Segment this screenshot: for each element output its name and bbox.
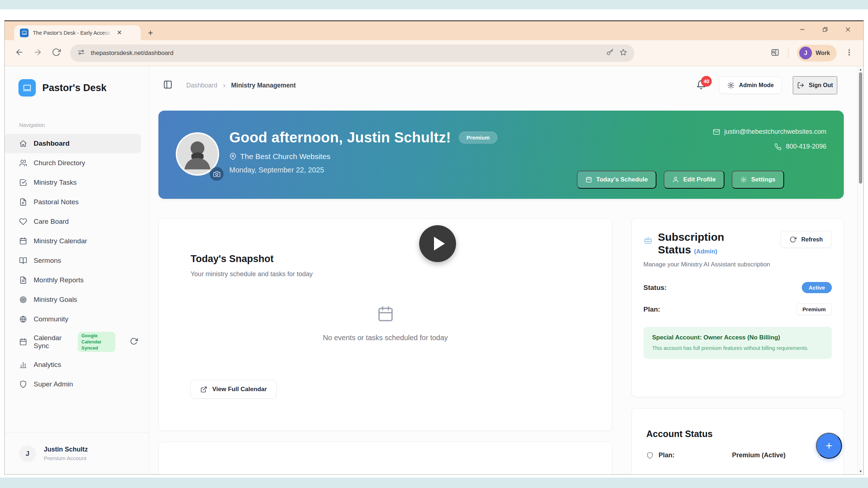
logout-icon [797, 82, 804, 89]
todays-snapshot-card: Today's Snapshot Your ministry schedule … [158, 218, 612, 431]
sidebar-item-church-directory[interactable]: Church Directory [5, 153, 141, 173]
add-fab-button[interactable]: + [816, 433, 842, 459]
page-scrollbar[interactable]: ▲ ▼ [858, 67, 863, 474]
notifications-button[interactable]: 40 [696, 80, 706, 91]
close-button[interactable] [845, 26, 851, 34]
check-square-icon [19, 179, 27, 187]
admin-tag: (Admin) [694, 248, 717, 255]
side-panel-search-icon[interactable] [771, 48, 779, 58]
video-play-button[interactable] [419, 225, 456, 262]
external-link-icon [200, 386, 207, 393]
calendar-icon [377, 305, 394, 323]
sidebar: Pastor's Desk Navigation Dashboard Churc… [5, 67, 149, 474]
user-plan: Premium Account [44, 455, 88, 461]
tab-close-icon[interactable]: ✕ [116, 29, 123, 37]
calendar-icon [19, 338, 27, 346]
new-tab-button[interactable]: + [148, 29, 153, 37]
sign-out-button[interactable]: Sign Out [793, 76, 837, 94]
scroll-down-arrow-icon[interactable]: ▼ [858, 470, 863, 473]
special-account-title: Special Account: Owner Access (No Billin… [652, 334, 823, 341]
sidebar-item-pastoral-notes[interactable]: Pastoral Notes [5, 192, 141, 212]
email-icon [713, 128, 720, 136]
app-logo: Pastor's Desk [18, 79, 149, 97]
globe-icon [19, 315, 27, 323]
sidebar-item-care-board[interactable]: Care Board [5, 212, 141, 231]
back-button[interactable] [15, 48, 24, 58]
location-pin-icon [229, 153, 237, 160]
sidebar-item-super-admin[interactable]: Super Admin [5, 374, 141, 394]
subscription-description: Manage your Ministry AI Assistant subscr… [643, 261, 832, 268]
account-plan-label: Plan: [659, 451, 675, 459]
sidebar-item-monthly-reports[interactable]: Monthly Reports [5, 270, 141, 290]
profile-avatar: J [799, 47, 812, 59]
gear-icon [740, 176, 747, 183]
special-account-notice: Special Account: Owner Access (No Billin… [643, 327, 832, 359]
book-open-icon [19, 257, 27, 265]
greeting-text: Good afternoon, Justin Schultz! [229, 129, 451, 146]
minimize-button[interactable] [799, 26, 805, 34]
scroll-up-arrow-icon[interactable]: ▲ [858, 68, 863, 71]
browser-tab[interactable]: The Pastor's Desk - Early Access ✕ [14, 25, 141, 40]
sidebar-item-ministry-goals[interactable]: Ministry Goals [5, 290, 141, 309]
refresh-button[interactable]: Refresh [780, 231, 832, 248]
sidebar-item-ministry-tasks[interactable]: Ministry Tasks [5, 173, 141, 192]
breadcrumb: Dashboard › Ministry Management [186, 81, 296, 89]
screenshot-canvas: The Pastor's Desk - Early Access ✕ + the… [0, 0, 868, 488]
crown-icon [643, 235, 653, 246]
play-icon [434, 237, 445, 251]
address-bar[interactable]: thepastorsdesk.net/dashboard [70, 44, 634, 62]
sidebar-user[interactable]: J Justin Schultz Premium Account [5, 432, 149, 474]
notification-count-badge: 40 [701, 76, 712, 87]
next-section-card [158, 442, 612, 474]
toolbar-divider [788, 48, 788, 58]
tab-title: The Pastor's Desk - Early Access [33, 30, 112, 36]
account-status-card: Account Status Plan: Premium (Active) [631, 408, 844, 474]
laptop-logo-icon [18, 79, 36, 97]
forward-button[interactable] [33, 48, 42, 58]
edit-profile-button[interactable]: Edit Profile [664, 171, 724, 189]
breadcrumb-root[interactable]: Dashboard [186, 82, 217, 89]
calendar-icon [586, 176, 592, 183]
browser-toolbar: thepastorsdesk.net/dashboard J Work [5, 40, 863, 66]
user-name: Justin Schultz [44, 446, 88, 453]
shield-icon [19, 380, 27, 388]
gear-icon [727, 82, 735, 89]
admin-mode-button[interactable]: Admin Mode [719, 77, 782, 94]
sidebar-item-calendar-sync[interactable]: Calendar Sync Google Calendar Synced [5, 329, 141, 355]
scrollbar-thumb[interactable] [859, 72, 862, 184]
sidebar-item-community[interactable]: Community [5, 309, 141, 329]
sidebar-item-analytics[interactable]: Analytics [5, 355, 141, 374]
browser-window: The Pastor's Desk - Early Access ✕ + the… [4, 20, 864, 475]
user-phone: 800-419-2096 [786, 143, 826, 150]
todays-schedule-button[interactable]: Today's Schedule [577, 171, 657, 189]
refresh-icon [790, 236, 796, 243]
account-plan-value: Premium (Active) [732, 451, 786, 459]
sync-refresh-icon[interactable] [130, 337, 138, 347]
view-full-calendar-button[interactable]: View Full Calendar [191, 380, 277, 399]
reload-button[interactable] [52, 48, 61, 58]
browser-tab-bar: The Pastor's Desk - Early Access ✕ + [5, 21, 863, 40]
snapshot-title: Today's Snapshot [191, 253, 580, 265]
sidebar-toggle-icon[interactable] [163, 80, 173, 91]
restore-button[interactable] [822, 26, 828, 34]
settings-button[interactable]: Settings [732, 171, 784, 189]
browser-menu-icon[interactable] [845, 48, 853, 58]
user-avatar: J [19, 445, 36, 462]
bookmark-star-icon[interactable] [620, 48, 627, 57]
browser-profile-chip[interactable]: J Work [797, 45, 837, 61]
app-name: Pastor's Desk [42, 82, 107, 94]
account-status-title: Account Status [646, 429, 829, 439]
home-icon [19, 140, 27, 147]
password-key-icon[interactable] [606, 48, 614, 57]
site-settings-icon[interactable] [77, 48, 85, 57]
shield-icon [646, 452, 654, 459]
nav-section-label: Navigation [19, 122, 149, 128]
special-account-description: This account has full premium features w… [652, 344, 823, 352]
sidebar-item-dashboard[interactable]: Dashboard [5, 134, 141, 153]
status-badge: Active [802, 282, 832, 293]
change-photo-button[interactable] [210, 167, 224, 181]
sidebar-item-ministry-calendar[interactable]: Ministry Calendar [5, 231, 141, 251]
file-icon [19, 198, 27, 206]
sidebar-item-sermons[interactable]: Sermons [5, 251, 141, 270]
breadcrumb-current: Ministry Management [231, 82, 296, 89]
